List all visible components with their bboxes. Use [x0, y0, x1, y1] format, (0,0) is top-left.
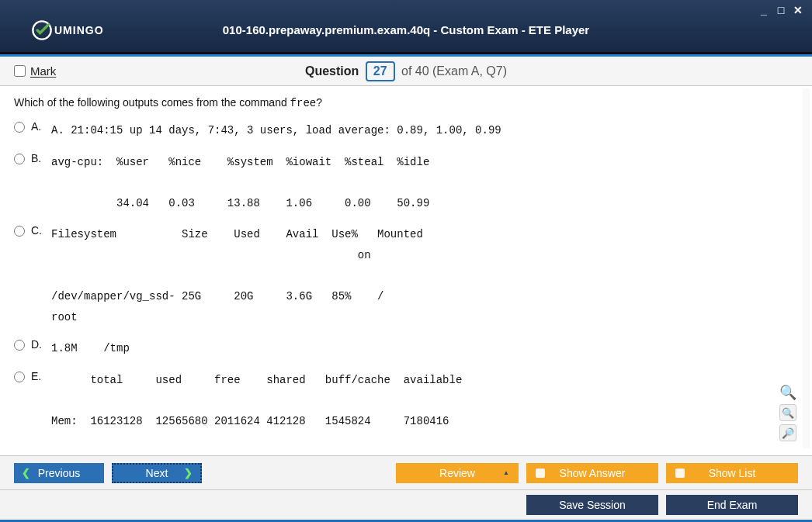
option-a[interactable]: A. A. 21:04:15 up 14 days, 7:43, 3 users… — [14, 120, 796, 141]
app-title: 010-160.prepaway.premium.exam.40q - Cust… — [0, 23, 812, 36]
close-icon[interactable]: ✕ — [792, 5, 804, 16]
option-a-radio[interactable] — [14, 122, 25, 133]
option-c-letter: C. — [31, 224, 45, 237]
next-button[interactable]: Next ❯ — [112, 463, 202, 483]
option-b-body: avg-cpu: %user %nice %system %iowait %st… — [51, 152, 429, 214]
option-d-letter: D. — [31, 338, 45, 351]
end-exam-button[interactable]: End Exam — [666, 495, 798, 515]
scrollbar[interactable] — [803, 88, 810, 448]
option-e[interactable]: E. total used free shared buff/cache ava… — [14, 370, 796, 432]
question-prompt: Which of the following outputs comes fro… — [14, 96, 796, 109]
question-word: Question — [305, 64, 359, 78]
footer-row-1: ❮ Previous Next ❯ Review ▲ Show Answer S… — [0, 455, 812, 489]
option-d-radio[interactable] — [14, 340, 25, 351]
question-content: Which of the following outputs comes fro… — [8, 88, 803, 448]
question-indicator: Question 27 of 40 (Exam A, Q7) — [0, 61, 812, 81]
previous-button[interactable]: ❮ Previous — [14, 463, 104, 483]
option-d[interactable]: D. 1.8M /tmp — [14, 338, 796, 359]
question-number: 27 — [366, 61, 395, 81]
footer: ❮ Previous Next ❯ Review ▲ Show Answer S… — [0, 455, 812, 522]
footer-row-2: Save Session End Exam — [0, 489, 812, 522]
option-b-radio[interactable] — [14, 154, 25, 164]
option-d-body: 1.8M /tmp — [51, 338, 130, 359]
question-header: Mark Question 27 of 40 (Exam A, Q7) — [0, 57, 812, 86]
save-session-button[interactable]: Save Session — [526, 495, 658, 515]
review-button[interactable]: Review ▲ — [396, 463, 519, 483]
option-a-letter: A. — [31, 120, 45, 133]
arrow-right-icon: ❯ — [184, 467, 193, 479]
option-a-body: A. 21:04:15 up 14 days, 7:43, 3 users, l… — [51, 120, 501, 141]
zoom-out-button[interactable]: 🔎 — [779, 424, 796, 441]
option-b[interactable]: B. avg-cpu: %user %nice %system %iowait … — [14, 152, 796, 214]
minimize-icon[interactable]: _ — [758, 5, 770, 16]
option-c-body: Filesystem Size Used Avail Use% Mounted … — [51, 224, 423, 327]
window-controls: _ □ ✕ — [758, 5, 804, 16]
triangle-up-icon: ▲ — [503, 469, 509, 476]
box-icon — [675, 468, 685, 478]
search-icon[interactable]: 🔍 — [779, 384, 796, 401]
show-list-button[interactable]: Show List — [666, 463, 798, 483]
arrow-left-icon: ❮ — [22, 467, 30, 479]
option-e-letter: E. — [31, 370, 45, 382]
question-suffix: of 40 (Exam A, Q7) — [401, 64, 507, 78]
option-c[interactable]: C. Filesystem Size Used Avail Use% Mount… — [14, 224, 796, 327]
zoom-controls: 🔍 🔍 🔎 — [779, 384, 796, 441]
zoom-in-button[interactable]: 🔍 — [779, 404, 796, 421]
titlebar: UMINGO 010-160.prepaway.premium.exam.40q… — [0, 0, 812, 54]
box-icon — [536, 468, 545, 478]
show-answer-button[interactable]: Show Answer — [526, 463, 658, 483]
option-e-body: total used free shared buff/cache availa… — [51, 370, 462, 432]
option-e-radio[interactable] — [14, 372, 25, 382]
option-c-radio[interactable] — [14, 226, 25, 237]
maximize-icon[interactable]: □ — [775, 5, 787, 16]
option-b-letter: B. — [31, 152, 45, 164]
